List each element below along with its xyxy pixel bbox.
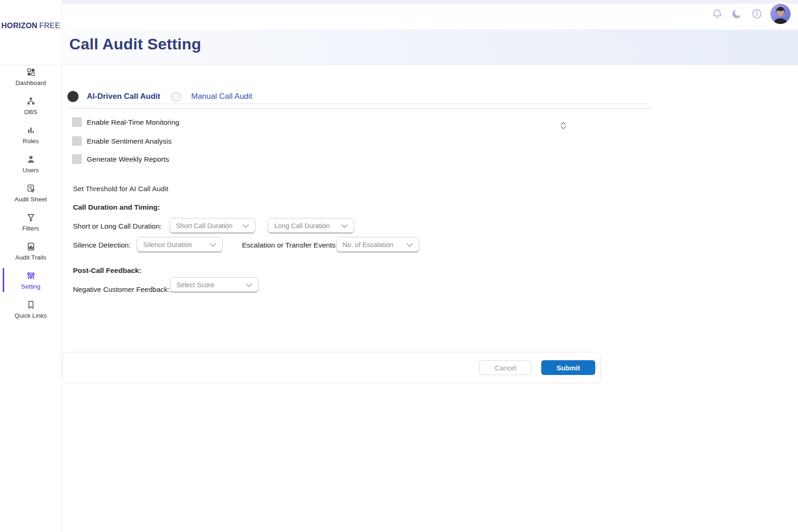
chevron-down-icon [246,283,252,287]
sidebar-nav: Dashboard OBS Roles Users [0,62,61,324]
toggle-row-weekly-reports: Generate Weekly Reports [72,154,169,164]
person-icon [26,154,36,164]
section-divider [66,108,651,109]
radio-unselected-icon [171,92,181,102]
dashboard-grid-icon [26,67,36,77]
top-strip [62,0,798,4]
toggle-row-real-time-monitoring: Enable Real-Time Monitoring [72,117,179,127]
sidebar-item-setting[interactable]: Setting [0,266,61,295]
checkbox-label: Enable Sentiment Analysis [87,137,172,145]
checkbox-sentiment-analysis[interactable] [72,136,82,146]
app-window: HORIZONFREE Dashboard OBS Roles [0,0,798,532]
sidebar-item-label: Filters [22,225,39,232]
radio-label: Manual Call Audit [191,92,252,101]
threshold-heading: Set Threshold for AI Call Audit [73,185,169,193]
sidebar-item-label: Users [23,167,39,174]
checkbox-label: Enable Real-Time Monitoring [87,118,179,127]
brand-name-light: FREE [39,21,60,30]
sidebar-item-label: OBS [24,109,37,115]
bar-chart-icon [26,125,36,135]
dropdown-value: Select Score [176,281,214,289]
sidebar: HORIZONFREE Dashboard OBS Roles [0,0,62,532]
sidebar-item-label: Audit Trails [15,254,46,261]
dropdown-value: Long Call Duration [274,222,330,230]
escalation-count-dropdown[interactable]: No. of Escalation [336,237,419,253]
dropdown-value: No. of Escalation [343,241,393,248]
radio-label: AI-Driven Call Audit [87,92,160,101]
short-long-duration-label: Short or Long Call Duration: [73,222,162,230]
brand-name-bold: HORIZON [1,21,37,30]
sidebar-item-quick-links[interactable]: Quick Links [0,295,61,324]
collapse-chevrons-icon[interactable] [559,120,568,131]
sidebar-item-roles[interactable]: Roles [0,120,61,149]
sidebar-item-label: Setting [21,283,40,290]
chevron-down-icon [242,224,249,228]
submit-button[interactable]: Submit [541,360,595,375]
sidebar-item-label: Quick Links [15,312,47,319]
bell-icon[interactable] [711,7,724,20]
report-document-icon [26,242,36,252]
escalation-events-label: Escalation or Transfer Events: [242,241,338,249]
long-call-duration-dropdown[interactable]: Long Call Duration [268,218,354,234]
radio-manual-call-audit[interactable]: Manual Call Audit [171,92,252,102]
main-content: AI-Driven Call Audit Manual Call Audit E… [62,65,798,532]
silence-duration-dropdown[interactable]: Silence Duration [137,237,223,253]
form-action-footer: Cancel Submit [62,352,601,383]
document-pen-icon [26,183,36,193]
radio-group-underline [97,103,647,104]
topbar [711,4,791,24]
select-score-dropdown[interactable]: Select Score [170,277,259,293]
radio-selected-icon [67,91,79,102]
moon-icon[interactable] [731,7,744,20]
checkbox-real-time-monitoring[interactable] [72,117,82,127]
chevron-down-icon [210,243,216,247]
chevron-down-icon [341,224,348,228]
dropdown-value: Short Call Duration [176,222,233,230]
sidebar-item-users[interactable]: Users [0,149,61,178]
negative-feedback-label: Negative Customer Feedback: [73,285,169,294]
sidebar-item-obs[interactable]: OBS [0,91,61,120]
sidebar-item-label: Roles [23,138,39,145]
checkbox-label: Generate Weekly Reports [87,155,169,163]
call-duration-section-heading: Call Duration and Timing: [73,203,160,212]
funnel-icon [26,212,36,223]
user-avatar[interactable] [770,4,791,24]
audit-mode-radio-group: AI-Driven Call Audit Manual Call Audit [67,90,252,103]
sidebar-item-filters[interactable]: Filters [0,207,61,236]
org-chart-icon [26,96,36,106]
info-icon[interactable] [750,7,763,20]
checkbox-weekly-reports[interactable] [72,154,82,164]
short-call-duration-dropdown[interactable]: Short Call Duration [169,218,255,234]
radio-ai-driven-call-audit[interactable]: AI-Driven Call Audit [67,91,160,102]
sidebar-item-audit-sheet[interactable]: Audit Sheet [0,178,61,207]
sidebar-item-label: Audit Sheet [15,196,47,203]
sliders-icon [26,271,36,281]
dropdown-value: Silence Duration [143,241,192,248]
page-header-banner: Call Audit Setting [62,30,798,65]
sidebar-item-audit-trails[interactable]: Audit Trails [0,236,61,266]
post-call-feedback-heading: Post-Call Feedback: [73,266,141,275]
silence-detection-label: Silence Detection: [73,241,131,249]
toggle-row-sentiment-analysis: Enable Sentiment Analysis [72,136,172,146]
sidebar-item-label: Dashboard [15,79,46,86]
bookmark-icon [26,300,36,310]
brand-logo: HORIZONFREE [0,21,61,30]
cancel-button[interactable]: Cancel [479,360,532,375]
page-title: Call Audit Setting [69,35,201,53]
sidebar-item-dashboard[interactable]: Dashboard [0,62,61,91]
chevron-down-icon [406,243,413,247]
